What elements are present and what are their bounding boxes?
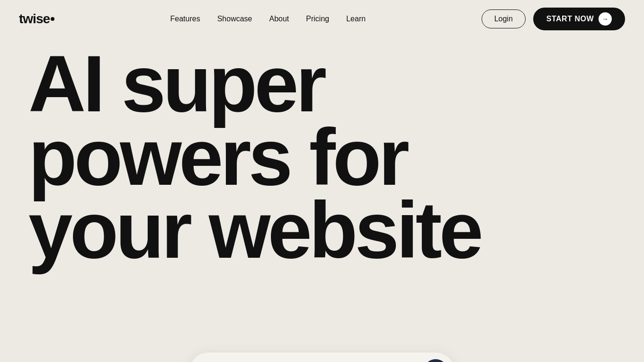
nav-link-about[interactable]: About — [269, 15, 289, 23]
search-bar — [189, 353, 455, 362]
nav-link-showcase[interactable]: Showcase — [217, 15, 252, 23]
start-now-button[interactable]: START NOW → — [533, 8, 625, 30]
navbar: twise Features Showcase About Pricing Le… — [0, 0, 644, 38]
nav-item-pricing[interactable]: Pricing — [306, 15, 329, 23]
nav-links: Features Showcase About Pricing Learn — [170, 15, 366, 23]
nav-item-learn[interactable]: Learn — [346, 15, 366, 23]
logo[interactable]: twise — [19, 11, 54, 27]
nav-link-learn[interactable]: Learn — [346, 15, 366, 23]
logo-dot — [51, 17, 54, 21]
login-button[interactable]: Login — [482, 9, 526, 28]
nav-right: Login START NOW → — [482, 8, 625, 30]
mic-button[interactable] — [423, 359, 448, 362]
start-now-label: START NOW — [546, 15, 594, 23]
logo-text: twise — [19, 11, 50, 27]
nav-item-about[interactable]: About — [269, 15, 289, 23]
nav-item-features[interactable]: Features — [170, 15, 200, 23]
nav-link-pricing[interactable]: Pricing — [306, 15, 329, 23]
hero-line-3: your website — [28, 186, 481, 275]
arrow-icon: → — [599, 12, 612, 26]
nav-item-showcase[interactable]: Showcase — [217, 15, 252, 23]
nav-link-features[interactable]: Features — [170, 15, 200, 23]
search-bar-container — [189, 353, 455, 362]
hero-title: AI super powers for your website — [28, 47, 616, 267]
hero-section: AI super powers for your website — [0, 38, 644, 267]
